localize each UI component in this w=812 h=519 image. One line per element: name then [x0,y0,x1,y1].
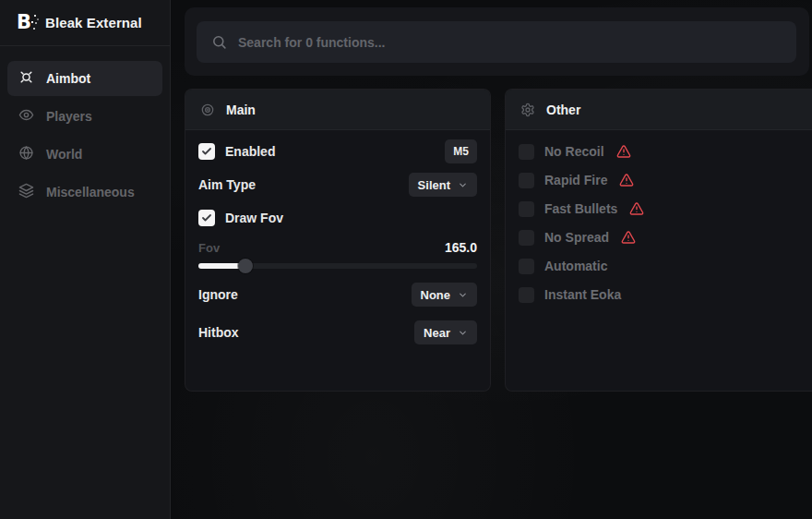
other-panel-header: Other [506,90,812,130]
app-window: { "app": { "title": "Bleak External", "l… [0,0,812,519]
app-logo-icon: B [13,12,35,34]
sidebar: B Bleak External Aimbot Players [0,0,171,519]
other-item-label: Instant Eoka [544,287,621,302]
app-title: Bleak External [45,15,142,30]
search-icon [211,34,227,50]
other-item-label: No Spread [544,230,609,245]
ignore-dropdown[interactable]: None [412,283,478,307]
other-panel-body: No Recoil Rapid Fire Fast Bullets [506,130,812,307]
enabled-checkbox[interactable] [198,143,215,160]
check-icon [201,212,212,223]
search-panel [185,7,809,76]
feature-checkbox[interactable] [519,287,534,303]
globe-icon [18,145,34,163]
sidebar-item-label: Aimbot [46,71,90,86]
eye-icon [18,107,34,126]
sidebar-item-aimbot[interactable]: Aimbot [7,61,162,96]
other-feature-row: No Recoil [519,139,812,163]
fov-slider[interactable] [198,260,477,272]
draw-fov-row: Draw Fov [198,206,477,230]
chevron-down-icon [458,180,468,190]
other-item-label: Rapid Fire [544,173,607,187]
draw-fov-checkbox[interactable] [198,210,215,226]
feature-checkbox[interactable] [519,201,534,217]
fov-slider-thumb[interactable] [238,259,253,273]
draw-fov-label: Draw Fov [225,211,283,225]
ignore-row: Ignore None [198,283,477,307]
hitbox-dropdown[interactable]: Near [414,320,477,344]
feature-checkbox[interactable] [519,173,534,188]
other-feature-row: Instant Eoka [519,283,812,307]
other-item-label: No Recoil [544,144,604,159]
fov-value: 165.0 [445,240,477,255]
sidebar-item-label: Players [46,109,92,124]
other-item-label: Fast Bullets [544,201,617,216]
fov-header: Fov 165.0 [198,241,477,254]
sidebar-nav: Aimbot Players World Mi [0,46,170,210]
feature-checkbox[interactable] [519,144,534,160]
app-brand: B Bleak External [0,0,170,46]
chevron-down-icon [458,328,468,338]
feature-checkbox[interactable] [519,230,534,246]
hitbox-value: Near [424,326,450,340]
aim-type-label: Aim Type [198,177,256,192]
main-panel-title: Main [226,103,256,117]
main-panel-body: Enabled M5 Aim Type Silent Draw Fov Fov … [185,130,490,344]
ignore-value: None [421,288,451,302]
aim-type-row: Aim Type Silent [198,173,477,197]
sidebar-item-miscellaneous[interactable]: Miscellaneous [7,175,162,210]
layers-icon [18,183,34,201]
enabled-row: Enabled M5 [198,139,477,163]
aim-type-value: Silent [418,178,450,192]
search-box[interactable] [197,21,796,63]
warning-icon [629,201,644,216]
warning-icon [621,230,636,245]
logo-pixel-dissolve [31,21,33,23]
sidebar-item-players[interactable]: Players [7,99,162,134]
enabled-label: Enabled [225,144,275,159]
main-panel: Main Enabled M5 Aim Type Silent [185,89,491,392]
search-input[interactable] [238,35,782,50]
crosshair-icon [18,69,34,88]
sidebar-item-label: World [46,147,82,162]
enabled-keybind-button[interactable]: M5 [445,139,477,163]
aim-type-dropdown[interactable]: Silent [409,173,477,197]
sidebar-item-label: Miscellaneous [46,185,135,199]
other-feature-row: Rapid Fire [519,168,812,192]
warning-icon [619,173,634,187]
check-icon [201,146,212,157]
hitbox-row: Hitbox Near [198,320,477,344]
feature-checkbox[interactable] [519,259,534,274]
other-panel: Other No Recoil Rapid Fire Fas [505,89,812,392]
gear-icon [520,103,535,117]
other-feature-row: Automatic [519,254,812,278]
other-item-label: Automatic [544,259,607,273]
warning-icon [616,144,631,159]
sidebar-item-world[interactable]: World [7,137,162,172]
other-panel-title: Other [546,103,580,117]
chevron-down-icon [458,290,468,300]
other-feature-row: Fast Bullets [519,197,812,221]
ignore-label: Ignore [198,287,238,302]
main-panel-header: Main [185,90,490,130]
hitbox-label: Hitbox [198,325,239,340]
logo-letter: B [17,13,31,32]
fov-label: Fov [198,241,220,255]
other-feature-row: No Spread [519,225,812,249]
target-icon [200,103,215,117]
